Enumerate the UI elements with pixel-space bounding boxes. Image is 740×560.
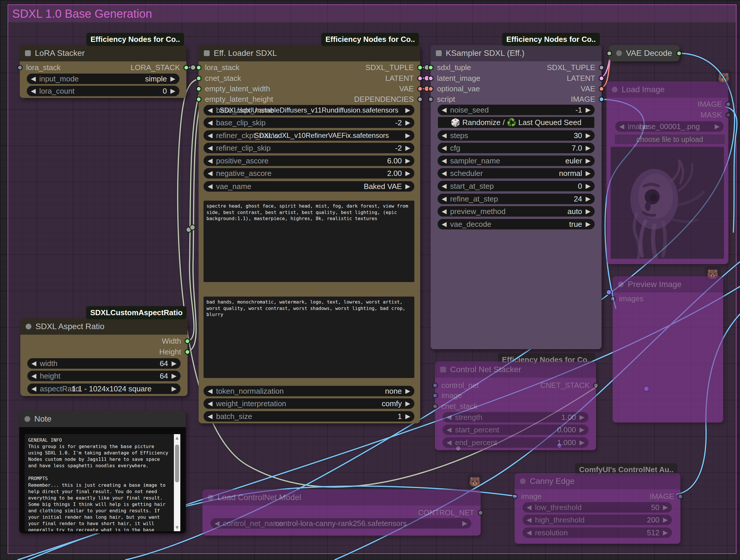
decrement-arrow-icon[interactable]: ◀ — [442, 145, 447, 151]
widget-positive-ascore[interactable]: ◀ positive_ascore 6.00 ▶ — [203, 156, 414, 166]
decrement-arrow-icon[interactable]: ◀ — [442, 208, 447, 214]
collapse-icon[interactable] — [208, 494, 213, 500]
slot-dot[interactable] — [417, 86, 423, 92]
choose-file-button[interactable]: choose file to upload — [615, 134, 725, 144]
slot-dot[interactable] — [185, 339, 190, 344]
collapse-icon[interactable] — [616, 50, 622, 56]
decrement-arrow-icon[interactable]: ◀ — [208, 119, 212, 126]
increment-arrow-icon[interactable]: ▶ — [585, 107, 590, 113]
increment-arrow-icon[interactable]: ▶ — [579, 427, 584, 433]
slot-dot[interactable] — [417, 65, 423, 70]
widget-strength[interactable]: ◀ strength 1.00 ▶ — [443, 412, 588, 423]
collapse-icon[interactable] — [25, 50, 31, 56]
node-note[interactable]: Note GENERAL INFO This group is for gene… — [19, 411, 186, 533]
increment-arrow-icon[interactable]: ▶ — [585, 221, 590, 227]
slot-dot[interactable] — [196, 65, 201, 70]
decrement-arrow-icon[interactable]: ◀ — [442, 132, 447, 139]
increment-arrow-icon[interactable]: ▶ — [170, 88, 175, 94]
widget-resolution[interactable]: ◀ resolution 512 ▶ — [523, 528, 672, 538]
scroll-up-icon[interactable]: ▲ — [174, 434, 180, 442]
decrement-arrow-icon[interactable]: ◀ — [208, 183, 212, 190]
widget-control-net-name[interactable]: ◀ control_net_name control-lora-canny-ra… — [210, 518, 471, 529]
note-scrollbar[interactable]: ▲ ▼ — [174, 434, 180, 531]
collapse-icon[interactable] — [618, 281, 624, 287]
increment-arrow-icon[interactable]: ▶ — [405, 145, 410, 151]
decrement-arrow-icon[interactable]: ◀ — [208, 400, 212, 407]
scroll-down-icon[interactable]: ▼ — [174, 524, 180, 531]
slot-dot[interactable] — [185, 349, 190, 355]
node-load-image[interactable]: Load Image IMAGE MASK ◀ image base_00001… — [607, 81, 728, 264]
widget-vae-name[interactable]: ◀ vae_name Baked VAE ▶ — [203, 181, 414, 192]
widget-start-percent[interactable]: ◀ start_percent 0.000 ▶ — [443, 425, 588, 435]
collapse-icon[interactable] — [612, 87, 618, 92]
collapsed-input-dot[interactable] — [607, 51, 612, 56]
node-header[interactable]: KSampler SDXL (Eff.) — [431, 45, 602, 61]
decrement-arrow-icon[interactable]: ◀ — [208, 413, 212, 419]
slot-dot[interactable] — [726, 101, 731, 107]
widget-start-at-step[interactable]: ◀ start_at_step 0 ▶ — [438, 181, 594, 191]
group-title-bar[interactable]: SDXL 1.0 Base Generation — [8, 5, 736, 22]
increment-arrow-icon[interactable]: ▶ — [462, 520, 467, 527]
slot-dot[interactable] — [599, 97, 604, 102]
node-preview-image[interactable]: Preview Image images — [613, 276, 723, 423]
increment-arrow-icon[interactable]: ▶ — [405, 388, 410, 394]
node-header[interactable]: Load ControlNet Model — [202, 489, 481, 505]
decrement-arrow-icon[interactable]: ◀ — [31, 88, 36, 94]
decrement-arrow-icon[interactable]: ◀ — [208, 107, 212, 113]
slot-dot[interactable] — [599, 86, 604, 92]
node-header[interactable]: Note — [19, 411, 186, 427]
widget-high-threshold[interactable]: ◀ high_threshold 200 ▶ — [523, 515, 672, 525]
decrement-arrow-icon[interactable]: ◀ — [442, 107, 447, 113]
increment-arrow-icon[interactable]: ▶ — [579, 414, 584, 421]
increment-arrow-icon[interactable]: ▶ — [663, 517, 668, 523]
increment-arrow-icon[interactable]: ▶ — [579, 439, 584, 446]
widget-cfg[interactable]: ◀ cfg 7.0 ▶ — [438, 143, 594, 153]
widget-low-threshold[interactable]: ◀ low_threshold 50 ▶ — [523, 502, 672, 512]
decrement-arrow-icon[interactable]: ◀ — [442, 183, 447, 189]
widget-end-percent[interactable]: ◀ end_percent 1.000 ▶ — [443, 437, 588, 448]
increment-arrow-icon[interactable]: ▶ — [405, 400, 410, 407]
decrement-arrow-icon[interactable]: ◀ — [208, 170, 212, 177]
increment-arrow-icon[interactable]: ▶ — [405, 132, 410, 139]
decrement-arrow-icon[interactable]: ◀ — [442, 158, 447, 164]
node-sdxl-aspect-ratio[interactable]: SDXL Aspect Ratio Width Height ◀ width 6… — [20, 318, 188, 396]
widget-base-ckpt-name[interactable]: ◀ base_ckpt_name SDXL\sdxlUnstableDiffus… — [203, 105, 414, 115]
widget-steps[interactable]: ◀ steps 30 ▶ — [438, 130, 594, 141]
widget-sampler-name[interactable]: ◀ sampler_name euler ▶ — [438, 156, 594, 166]
collapse-icon[interactable] — [436, 50, 442, 56]
widget-refiner-ckpt-name[interactable]: ◀ refiner_ckpt_name SDXL\sdXL_v10Refiner… — [203, 130, 414, 141]
widget-refine-at-step[interactable]: ◀ refine_at_step 24 ▶ — [438, 194, 594, 204]
widget-height[interactable]: ◀ height 64 ▶ — [27, 371, 181, 381]
node-header[interactable]: Load Image — [607, 81, 728, 98]
decrement-arrow-icon[interactable]: ◀ — [214, 520, 219, 527]
slot-dot[interactable] — [17, 65, 23, 70]
slot-dot[interactable] — [610, 296, 616, 301]
node-load-controlnet-model[interactable]: Load ControlNet Model CONTROL_NET ◀ cont… — [202, 489, 481, 536]
collapse-icon[interactable] — [24, 416, 30, 422]
decrement-arrow-icon[interactable]: ◀ — [447, 427, 452, 433]
collapsed-output-dot[interactable] — [676, 51, 682, 56]
decrement-arrow-icon[interactable]: ◀ — [31, 76, 36, 82]
widget-scheduler[interactable]: ◀ scheduler normal ▶ — [438, 168, 594, 179]
widget-preview-method[interactable]: ◀ preview_method auto ▶ — [438, 206, 594, 217]
increment-arrow-icon[interactable]: ▶ — [405, 413, 410, 419]
decrement-arrow-icon[interactable]: ◀ — [31, 360, 36, 367]
slot-dot[interactable] — [428, 65, 434, 70]
node-lora-stacker[interactable]: LoRA Stacker lora_stack LORA_STACK ◀ inp… — [20, 45, 186, 98]
slot-dot[interactable] — [183, 65, 189, 70]
scrollbar-thumb[interactable] — [175, 445, 179, 482]
node-header[interactable]: Canny Edge — [515, 473, 680, 489]
increment-arrow-icon[interactable]: ▶ — [585, 170, 590, 177]
increment-arrow-icon[interactable]: ▶ — [585, 158, 590, 164]
increment-arrow-icon[interactable]: ▶ — [585, 196, 590, 202]
decrement-arrow-icon[interactable]: ◀ — [447, 414, 452, 421]
slot-dot[interactable] — [432, 393, 438, 398]
widget-input-mode[interactable]: ◀ input_mode simple ▶ — [27, 74, 179, 84]
widget-image-filename[interactable]: ◀ image base_00001_.png ▶ — [615, 121, 724, 132]
note-textarea[interactable]: GENERAL INFO This group is for generatin… — [25, 434, 181, 531]
increment-arrow-icon[interactable]: ▶ — [585, 145, 590, 151]
increment-arrow-icon[interactable]: ▶ — [663, 530, 668, 536]
decrement-arrow-icon[interactable]: ◀ — [527, 517, 532, 523]
increment-arrow-icon[interactable]: ▶ — [405, 170, 410, 177]
increment-arrow-icon[interactable]: ▶ — [405, 119, 410, 126]
